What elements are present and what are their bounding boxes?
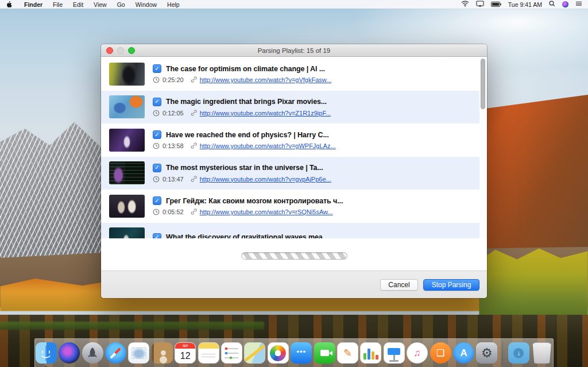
video-checkbox[interactable]: ✓ [153,98,161,106]
link-icon [190,208,197,215]
dock-trash-icon[interactable] [531,342,553,364]
video-list: ✓ The case for optimism on climate chang… [101,57,487,238]
dock-mail-icon[interactable] [128,342,150,364]
video-checkbox[interactable]: ✓ [153,164,161,172]
calendar-day: 12 [175,349,195,363]
window-titlebar[interactable]: Parsing Playlist: 15 of 19 [101,44,487,57]
dock-calendar-icon[interactable]: SEP 12 [174,342,196,364]
checkmark-icon: ✓ [154,66,159,72]
dock-pages-icon[interactable]: ✎ [336,342,358,364]
video-title: The magic ingredient that brings Pixar m… [166,98,327,106]
video-checkbox[interactable]: ✓ [153,233,161,238]
list-item[interactable]: ✓ What the discovery of gravitational wa… [101,223,487,239]
list-item[interactable]: ✓ Have we reached the end of physics? | … [101,123,487,157]
battery-icon[interactable] [491,1,501,8]
video-title: Грег Гейдж: Как своим мозгом контролиров… [166,197,343,205]
video-thumbnail [109,227,145,238]
dock-facetime-icon[interactable] [314,342,335,364]
spotlight-search-icon[interactable] [549,1,555,8]
video-url-link[interactable]: http://www.youtube.com/watch?v=gWPFJgLAz… [200,142,336,149]
dock: SEP 12 ••• ✎ ♫ ❏ A ⚙ ↓ [34,338,554,367]
dock-notes-icon[interactable] [198,342,219,364]
minimize-button[interactable] [117,47,124,54]
dock-keynote-icon[interactable] [383,342,405,364]
dock-maps-icon[interactable] [244,342,266,364]
list-item[interactable]: ✓ The magic ingredient that brings Pixar… [101,91,487,124]
video-thumbnail [109,129,145,152]
menu-app-name[interactable]: Finder [19,1,48,8]
video-duration: 0:13:47 [163,176,184,183]
window-title: Parsing Playlist: 15 of 19 [101,47,487,54]
menu-window[interactable]: Window [130,1,162,8]
stop-parsing-button[interactable]: Stop Parsing [423,279,479,291]
link-icon [190,142,197,149]
notification-center-icon[interactable] [575,1,582,8]
video-url-link[interactable]: http://www.youtube.com/watch?v=Z1R1z9ipF… [200,110,331,117]
video-title: What the discovery of gravitational wave… [166,233,328,238]
video-duration: 0:25:20 [163,76,184,83]
menu-view[interactable]: View [88,1,112,8]
menu-help[interactable]: Help [162,1,185,8]
video-url-link[interactable]: http://www.youtube.com/watch?v=gypAjPp6e… [200,176,331,183]
video-duration: 0:05:52 [163,208,184,215]
menu-clock[interactable]: Tue 9:41 AM [508,1,542,8]
dock-ibooks-icon[interactable]: ❏ [430,342,451,364]
dock-contacts-icon[interactable] [151,342,173,364]
scrollbar-thumb[interactable] [481,59,485,109]
dock-photos-icon[interactable] [267,342,289,364]
window-footer: Cancel Stop Parsing [101,271,487,298]
dock-siri-icon[interactable] [58,342,80,364]
dock-launchpad-icon[interactable] [82,342,103,364]
clock-icon [153,76,160,83]
menu-file[interactable]: File [48,1,68,8]
clock-icon [153,110,160,117]
wifi-icon[interactable] [461,1,469,8]
video-thumbnail [109,63,145,86]
menu-go[interactable]: Go [112,1,130,8]
video-thumbnail [109,95,145,118]
checkmark-icon: ✓ [154,165,159,171]
dock-messages-icon[interactable]: ••• [291,342,312,364]
apple-menu-icon[interactable] [6,1,12,8]
close-button[interactable] [106,47,113,54]
menu-edit[interactable]: Edit [68,1,88,8]
parsing-playlist-window: Parsing Playlist: 15 of 19 ✓ The case fo… [101,44,487,298]
dock-system-preferences-icon[interactable]: ⚙ [476,342,498,364]
cancel-button[interactable]: Cancel [380,279,418,291]
link-icon [190,110,197,117]
video-url-link[interactable]: http://www.youtube.com/watch?v=gVfgkFasw… [200,76,332,83]
list-item[interactable]: ✓ The case for optimism on climate chang… [101,57,487,91]
dock-itunes-icon[interactable]: ♫ [407,342,428,364]
calendar-month: SEP [175,343,195,349]
video-checkbox[interactable]: ✓ [153,64,161,73]
clock-icon [153,142,160,149]
video-url-link[interactable]: http://www.youtube.com/watch?v=rSQNi5sAw… [200,208,333,215]
dock-finder-icon[interactable] [35,342,57,364]
video-thumbnail [109,195,145,218]
checkmark-icon: ✓ [154,234,159,238]
video-duration: 0:13:58 [163,142,184,149]
siri-menu-icon[interactable] [562,1,568,7]
checkmark-icon: ✓ [154,99,159,105]
checkmark-icon: ✓ [154,198,159,204]
video-checkbox[interactable]: ✓ [153,130,161,139]
dock-numbers-icon[interactable] [360,342,382,364]
video-title: The case for optimism on climate change … [166,65,325,73]
dock-safari-icon[interactable] [105,342,126,364]
link-icon [190,76,197,83]
dock-appstore-icon[interactable]: A [452,342,474,364]
video-title: The most mysterious star in the universe… [166,164,323,172]
airplay-display-icon[interactable] [476,1,484,8]
parsing-progress-bar [241,252,347,260]
link-icon [190,176,197,183]
desktop: Finder File Edit View Go Window Help Tue… [0,0,588,367]
dock-reminders-icon[interactable] [220,342,242,364]
list-item[interactable]: ✓ The most mysterious star in the univer… [101,157,487,190]
zoom-button[interactable] [128,47,135,54]
video-checkbox[interactable]: ✓ [153,196,161,205]
video-title: Have we reached the end of physics? | Ha… [166,131,329,139]
list-item[interactable]: ✓ Грег Гейдж: Как своим мозгом контролир… [101,190,487,223]
menu-bar: Finder File Edit View Go Window Help Tue… [0,0,588,9]
progress-zone [101,238,487,271]
dock-downloads-icon[interactable]: ↓ [508,342,529,364]
